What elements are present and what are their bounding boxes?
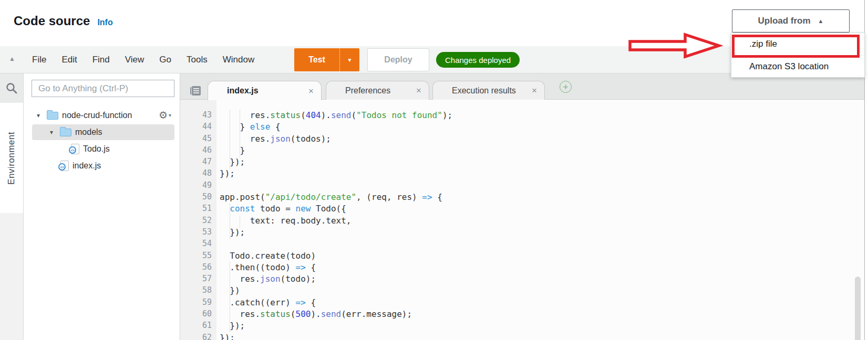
- js-badge-icon: <>: [58, 163, 66, 171]
- tree-item-index-js[interactable]: <>index.js: [24, 157, 180, 174]
- tree-item-node-crud-function[interactable]: ▾node-crud-function⚙▾: [24, 107, 180, 124]
- tab-label: index.js: [227, 86, 303, 95]
- line-number: 49: [180, 180, 216, 192]
- code-line: });: [220, 333, 864, 340]
- line-number: 44: [180, 122, 216, 133]
- line-number: 58: [180, 285, 216, 297]
- tab-list-icon[interactable]: [189, 85, 202, 97]
- indent-guide: [230, 110, 230, 169]
- line-number: 62: [180, 333, 216, 340]
- tab-preferences[interactable]: Preferences×: [326, 81, 429, 100]
- test-button[interactable]: Test ▼: [294, 48, 359, 71]
- code-line: [220, 239, 864, 250]
- deploy-button-label: Deploy: [384, 55, 412, 65]
- code-line: } else {: [220, 122, 864, 133]
- tab-label: Execution results: [452, 86, 526, 95]
- upload-from-label: Upload from: [758, 16, 811, 26]
- line-number: 61: [180, 321, 216, 332]
- line-number: 56: [180, 262, 216, 274]
- file-explorer-panel: ▾node-crud-function⚙▾▾models<>Todo.js<>i…: [24, 73, 180, 340]
- code-line: res.status(500).send(err.message);: [220, 309, 864, 321]
- folder-icon: [47, 112, 58, 120]
- upload-menu-items: .zip fileAmazon S3 location: [731, 33, 864, 77]
- line-number: 50: [180, 192, 216, 204]
- line-number: 51: [180, 204, 216, 215]
- new-tab-icon[interactable]: +: [560, 81, 572, 93]
- code-editor[interactable]: 4344454647484950515253545556575859606162…: [180, 100, 864, 340]
- line-number: 60: [180, 309, 216, 321]
- tree-item-models[interactable]: ▾models: [24, 124, 180, 141]
- code-line: res.json(todos);: [220, 134, 864, 145]
- js-badge-icon: <>: [69, 146, 76, 154]
- deploy-button[interactable]: Deploy: [367, 48, 429, 71]
- code-content: res.status(404).send("Todos not found");…: [216, 100, 864, 340]
- js-file-icon: <>: [71, 144, 79, 154]
- tree-item-label: models: [75, 128, 102, 137]
- line-number: 55: [180, 251, 216, 262]
- changes-deployed-badge: Changes deployed: [436, 52, 520, 68]
- line-number: 48: [180, 168, 216, 180]
- menu-item-edit[interactable]: Edit: [61, 55, 77, 65]
- gear-icon[interactable]: ⚙▾: [159, 109, 171, 121]
- window-edge: [864, 0, 868, 340]
- left-rail: Environment: [0, 73, 24, 340]
- code-line: });: [220, 157, 864, 168]
- code-line: .catch((err) => {: [220, 298, 864, 309]
- test-button-label[interactable]: Test: [294, 48, 340, 71]
- menu-item-file[interactable]: File: [32, 55, 46, 65]
- disclosure-triangle-icon[interactable]: ▾: [37, 112, 43, 119]
- code-line: [220, 180, 864, 192]
- line-number: 46: [180, 145, 216, 157]
- page-title: Code source: [14, 14, 90, 28]
- menu-item-find[interactable]: Find: [92, 55, 110, 65]
- collapse-panel-icon[interactable]: ▲: [9, 55, 15, 62]
- line-number: 45: [180, 134, 216, 145]
- upload-menu-item-zip-file[interactable]: .zip file: [731, 33, 864, 55]
- code-line: const todo = new Todo({: [220, 204, 864, 215]
- test-dropdown-caret-icon[interactable]: ▼: [340, 48, 359, 71]
- indent-guide: [230, 204, 230, 239]
- upload-menu-item-amazon-s3-location[interactable]: Amazon S3 location: [731, 55, 864, 77]
- chevron-up-icon: ▲: [818, 18, 824, 24]
- code-line: res.status(404).send("Todos not found");: [220, 110, 864, 122]
- menu-item-view[interactable]: View: [125, 55, 144, 65]
- line-number: 47: [180, 157, 216, 168]
- indent-guide: [240, 110, 240, 157]
- code-line: });: [220, 227, 864, 239]
- upload-from-button[interactable]: Upload from ▲: [732, 9, 850, 33]
- code-line: Todo.create(todo): [220, 251, 864, 262]
- tree-item-todo-js[interactable]: <>Todo.js: [24, 141, 180, 157]
- indent-guide: [240, 216, 240, 228]
- code-line: });: [220, 321, 864, 332]
- upload-from-menu: .zip fileAmazon S3 location: [731, 33, 865, 78]
- line-number: 52: [180, 216, 216, 227]
- menu-items: FileEditFindViewGoToolsWindow: [32, 46, 254, 73]
- line-number: 43: [180, 110, 216, 122]
- disclosure-triangle-icon[interactable]: ▾: [50, 129, 56, 136]
- info-link[interactable]: Info: [97, 18, 112, 27]
- close-icon[interactable]: ×: [308, 87, 314, 95]
- tree-item-label: node-crud-function: [62, 111, 132, 120]
- vertical-scrollbar-thumb[interactable]: [855, 277, 861, 340]
- menu-item-window[interactable]: Window: [223, 55, 254, 65]
- tab-execution-results[interactable]: Execution results×: [432, 81, 545, 100]
- code-line: text: req.body.text,: [220, 216, 864, 227]
- rail-search-section[interactable]: [0, 73, 23, 103]
- tree-item-label: Todo.js: [83, 144, 110, 154]
- environment-panel-tab[interactable]: Environment: [0, 103, 23, 213]
- lambda-code-source-panel: Code source Info Upload from ▲ ▲ FileEdi…: [0, 0, 868, 340]
- line-number: 57: [180, 274, 216, 285]
- menu-item-go[interactable]: Go: [159, 55, 171, 65]
- close-icon[interactable]: ×: [416, 86, 421, 95]
- line-number: 54: [180, 239, 216, 250]
- environment-label[interactable]: Environment: [6, 132, 17, 185]
- go-to-anything-input[interactable]: [32, 80, 174, 97]
- menu-item-tools[interactable]: Tools: [187, 55, 208, 65]
- code-line: .then((todo) => {: [220, 262, 864, 274]
- title-row: Code source Info: [14, 14, 113, 28]
- indent-guide: [230, 262, 230, 332]
- close-icon[interactable]: ×: [532, 86, 537, 95]
- tab-index-js[interactable]: index.js×: [208, 81, 322, 100]
- line-number: 59: [180, 298, 216, 309]
- changes-deployed-label: Changes deployed: [445, 56, 511, 65]
